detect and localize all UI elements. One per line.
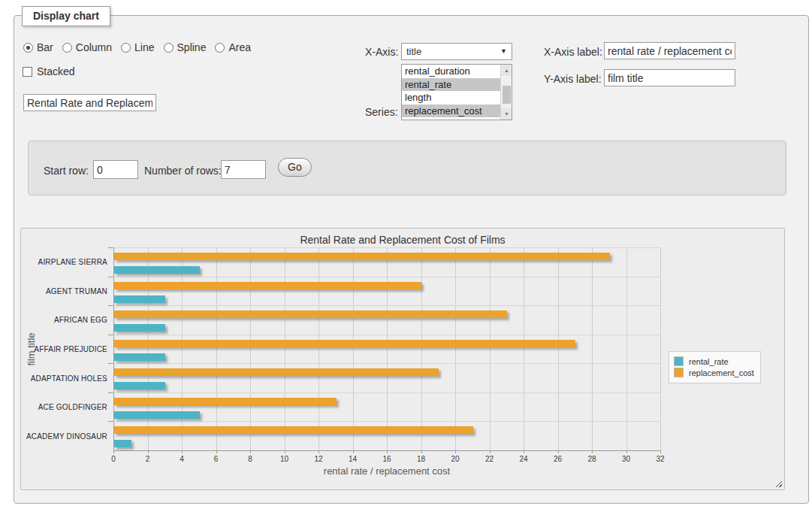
x-axis-select[interactable]: title ▼ xyxy=(401,43,512,60)
bar-replacement_cost xyxy=(114,340,575,347)
radio-option-spline[interactable]: Spline xyxy=(164,41,207,53)
radio-icon-area[interactable] xyxy=(215,43,225,53)
x-axis-select-label: X-Axis: xyxy=(365,46,398,58)
x-tick-label: 24 xyxy=(512,455,535,463)
y-axis-tick xyxy=(108,421,113,422)
x-tick-label: 0 xyxy=(102,455,125,463)
radio-label: Area xyxy=(228,41,251,53)
scroll-down-icon[interactable]: ▼ xyxy=(501,108,512,120)
y-axis-tick xyxy=(108,277,113,277)
radio-label: Spline xyxy=(177,41,207,53)
start-row-label: Start row: xyxy=(44,165,89,177)
x-axis-tick xyxy=(660,450,661,453)
x-tick-label: 12 xyxy=(307,455,330,463)
gridline-vertical xyxy=(148,247,149,450)
row-range-panel: Start row: Number of rows: Go xyxy=(28,141,786,195)
radio-icon-line[interactable] xyxy=(121,43,131,53)
bar-replacement_cost xyxy=(114,311,507,318)
resize-handle-icon[interactable] xyxy=(774,480,782,487)
gridline-vertical xyxy=(250,247,251,450)
gridline-horizontal xyxy=(113,421,660,422)
x-axis-title: rental rate / replacement cost xyxy=(113,465,660,477)
series-option-rental_rate[interactable]: rental_rate xyxy=(402,78,501,92)
start-row-input[interactable] xyxy=(93,160,138,179)
bar-replacement_cost xyxy=(114,368,439,376)
series-listbox[interactable]: rental_durationrental_ratelengthreplacem… xyxy=(401,64,512,120)
x-tick-label: 28 xyxy=(581,455,603,463)
y-axis-tick xyxy=(108,305,113,306)
series-option-rental_duration[interactable]: rental_duration xyxy=(402,65,501,78)
series-options: rental_durationrental_ratelengthreplacem… xyxy=(402,65,501,117)
y-axis-label-input[interactable] xyxy=(604,69,735,86)
category-label: AFRICAN EGG xyxy=(23,316,107,324)
y-axis-tick xyxy=(108,392,113,393)
category-label: AFFAIR PREJUDICE xyxy=(23,345,107,353)
gridline-vertical xyxy=(455,247,456,450)
radio-icon-column[interactable] xyxy=(62,43,72,53)
x-tick-label: 30 xyxy=(615,455,638,463)
x-axis-label-caption: X-Axis label: xyxy=(544,46,602,58)
bar-replacement_cost xyxy=(114,282,421,289)
radio-label: Line xyxy=(134,41,154,53)
gridline-vertical xyxy=(353,247,354,450)
listbox-scrollbar[interactable]: ▲ ▼ xyxy=(500,65,512,120)
go-button[interactable]: Go xyxy=(278,158,312,177)
gridline-vertical xyxy=(182,247,183,450)
gridline-vertical xyxy=(387,247,388,450)
chart-type-radio-group: BarColumnLineSplineArea xyxy=(23,41,251,53)
x-axis-label-input[interactable] xyxy=(604,42,735,59)
x-tick-label: 2 xyxy=(137,455,159,463)
bar-replacement_cost xyxy=(114,253,610,260)
legend-label: replacement_cost xyxy=(689,368,754,377)
chart-title-input[interactable] xyxy=(23,94,156,111)
legend-swatch-rental_rate xyxy=(674,356,684,366)
gridline-vertical xyxy=(592,247,593,450)
series-option-length[interactable]: length xyxy=(402,91,501,105)
radio-icon-spline[interactable] xyxy=(164,43,174,53)
gridline-vertical xyxy=(558,247,559,450)
gridline-horizontal xyxy=(113,277,660,277)
gridline-vertical xyxy=(626,247,627,450)
chart-area: Rental Rate and Replacement Cost of Film… xyxy=(20,228,785,490)
page: Display chart BarColumnLineSplineArea St… xyxy=(0,0,812,512)
category-label: ACADEMY DINOSAUR xyxy=(23,432,107,441)
legend-item: rental_rate xyxy=(674,356,754,366)
x-tick-label: 32 xyxy=(649,455,672,463)
category-label: ADAPTATION HOLES xyxy=(23,374,107,383)
bar-replacement_cost xyxy=(114,398,337,405)
x-tick-label: 8 xyxy=(239,455,261,463)
number-of-rows-input[interactable] xyxy=(221,160,266,179)
radio-label: Column xyxy=(76,41,112,53)
radio-icon-bar[interactable] xyxy=(23,43,33,53)
radio-option-area[interactable]: Area xyxy=(215,41,251,53)
category-label: AGENT TRUMAN xyxy=(23,287,107,295)
bar-rental_rate xyxy=(114,411,200,419)
x-tick-label: 6 xyxy=(205,455,228,463)
category-label: ACE GOLDFINGER xyxy=(23,403,107,411)
scroll-up-icon[interactable]: ▲ xyxy=(501,65,512,76)
bar-rental_rate xyxy=(114,353,165,361)
radio-option-line[interactable]: Line xyxy=(121,41,154,53)
stacked-checkbox[interactable] xyxy=(23,67,32,77)
bar-rental_rate xyxy=(114,440,131,447)
scrollbar-thumb[interactable] xyxy=(503,86,511,104)
x-axis-selected-value: title xyxy=(406,46,421,57)
radio-option-bar[interactable]: Bar xyxy=(23,41,53,53)
gridline-horizontal xyxy=(113,335,660,335)
category-label: AIRPLANE SIERRA xyxy=(23,258,107,266)
legend-swatch-replacement_cost xyxy=(674,368,684,377)
legend-label: rental_rate xyxy=(689,357,729,366)
gridline-vertical xyxy=(421,247,422,450)
gridline-horizontal xyxy=(113,247,660,248)
radio-option-column[interactable]: Column xyxy=(62,41,112,53)
stacked-checkbox-row: Stacked xyxy=(23,65,75,77)
chart-title: Rental Rate and Replacement Cost of Film… xyxy=(21,234,784,246)
display-chart-fieldset: Display chart BarColumnLineSplineArea St… xyxy=(14,15,809,504)
series-option-replacement_cost[interactable]: replacement_cost xyxy=(402,105,501,118)
y-axis-tick xyxy=(108,247,113,248)
chart-legend: rental_ratereplacement_cost xyxy=(669,351,761,383)
x-tick-label: 10 xyxy=(273,455,296,463)
number-of-rows-label: Number of rows: xyxy=(144,165,222,177)
gridline-vertical xyxy=(660,247,661,450)
gridline-vertical xyxy=(113,247,114,450)
